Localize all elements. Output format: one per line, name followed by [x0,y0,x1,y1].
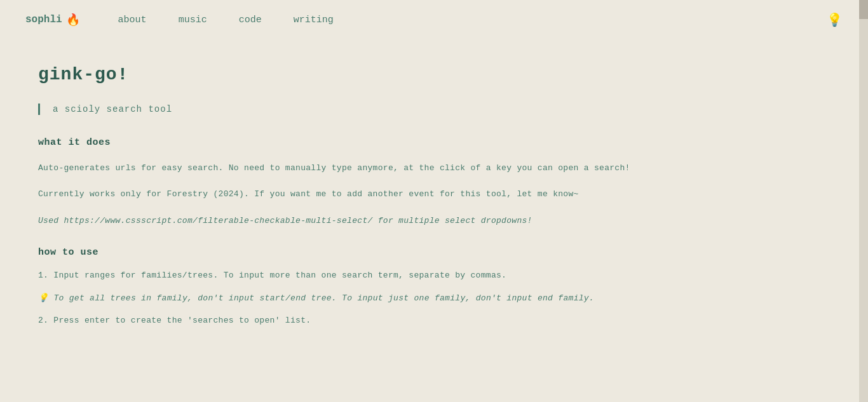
nav-music[interactable]: music [179,15,207,25]
lightbulb-icon: 💡 [827,13,843,28]
paragraph-2: Currently works only for Forestry (2024)… [38,187,724,201]
main-content: gink-go! a scioly search tool what it do… [0,39,763,363]
nav-writing[interactable]: writing [294,15,334,25]
nav-links: about music code writing [118,14,334,25]
nav-about[interactable]: about [118,15,147,25]
subtitle-block: a scioly search tool [38,104,724,115]
paragraph-3: Used https://www.cssscript.com/filterabl… [38,213,724,228]
navbar: sophli 🔥 about music code writing 💡 [0,0,868,39]
nav-code[interactable]: code [239,15,262,25]
how-to-use-section: how to use 1. Input ranges for families/… [38,247,724,325]
theme-toggle[interactable]: 💡 [827,12,843,28]
tip-box: 💡 To get all trees in family, don't inpu… [38,293,724,303]
how-to-use-heading: how to use [38,247,724,258]
brand-link[interactable]: sophli 🔥 [25,13,80,27]
what-it-does-section: what it does Auto-generates urls for eas… [38,137,724,228]
page-title: gink-go! [38,65,724,84]
step-1: 1. Input ranges for families/trees. To i… [38,271,724,280]
paragraph-1: Auto-generates urls for easy search. No … [38,161,724,175]
flame-icon: 🔥 [66,13,80,27]
scrollbar-thumb[interactable] [859,0,868,19]
step-2: 2. Press enter to create the 'searches t… [38,316,724,325]
tip-text: 💡 To get all trees in family, don't inpu… [38,293,594,303]
brand-name: sophli [25,14,62,25]
scrollbar-track[interactable] [859,0,868,402]
subtitle-text: a scioly search tool [53,104,172,114]
what-it-does-heading: what it does [38,137,724,148]
